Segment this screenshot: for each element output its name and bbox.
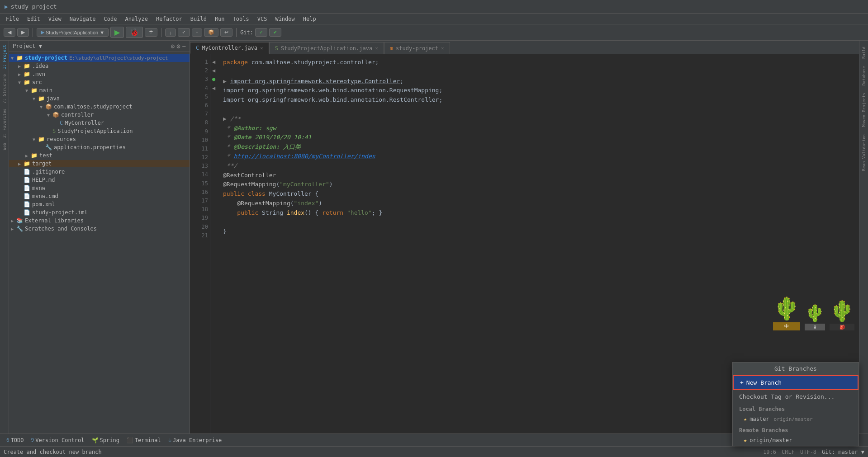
todo-num: 6 [6,437,9,443]
left-icon-favorites[interactable]: 2: Favorites [1,107,8,140]
root-label: study-project [25,55,67,61]
tree-controller[interactable]: ▼ 📦 controller [9,111,190,119]
tree-iml[interactable]: ▶ 📄 study-project.iml [9,208,190,217]
todo-label: TODO [11,437,24,443]
menu-view[interactable]: View [45,15,65,23]
tree-test[interactable]: ▶ 📁 test [9,151,190,160]
tree-resources[interactable]: ▼ 📁 resources [9,135,190,143]
toolbar-push-btn[interactable]: ↑ [192,28,203,37]
tree-mvnwcmd[interactable]: ▶ 📄 mvnw.cmd [9,192,190,200]
toolbar-update-btn[interactable]: ↓ [165,28,176,37]
toolbar-forward-btn[interactable]: ▶ [17,28,29,37]
tree-mvn[interactable]: ▶ 📁 .mvn [9,70,190,78]
vc-label: Version Control [35,437,84,443]
menu-window[interactable]: Window [271,15,298,23]
toolbar-undo-btn[interactable]: ↩ [220,28,232,37]
local-branch-master[interactable]: ★ master origin/master [733,414,859,424]
project-sync-icon[interactable]: ⚙ [171,42,175,50]
java-ee-label: Java Enterprise [173,437,222,443]
menu-code[interactable]: Code [100,15,121,23]
toolbar-git-tick[interactable]: ✓ [255,28,267,37]
tree-main[interactable]: ▼ 📁 main [9,86,190,94]
menu-refactor[interactable]: Refactor [152,15,186,23]
checkout-tag-item[interactable]: Checkout Tag or Revision... [733,390,859,403]
project-minimize-icon[interactable]: − [182,42,186,50]
toolbar-run-config[interactable]: ▶ StudyProjectApplication ▼ [37,28,109,37]
right-panel-bean[interactable]: Bean Validation [861,131,867,174]
tab-studyapp[interactable]: S StudyProjectApplication.java ✕ [269,42,384,54]
menu-tools[interactable]: Tools [229,15,253,23]
tree-target[interactable]: ▶ 📁 target [9,160,190,168]
right-panel-database[interactable]: Database [861,62,867,89]
tab-studyproject[interactable]: m study-project ✕ [384,42,450,54]
tree-package[interactable]: ▼ 📦 com.maltose.studyproject [9,103,190,111]
tree-pomxml[interactable]: ▶ 📄 pom.xml [9,200,190,208]
project-icon: ▶ [5,3,8,10]
tab-close-project[interactable]: ✕ [441,45,444,51]
menu-edit[interactable]: Edit [24,15,44,23]
toolbar-git-label: Git: [240,29,253,36]
toolbar-stash-btn[interactable]: 📦 [204,28,218,37]
bottom-tool-terminal[interactable]: ⬛ Terminal [124,436,164,444]
tree-src[interactable]: ▼ 📁 src [9,78,190,86]
new-branch-label: New Branch [746,379,782,386]
right-panel-maven[interactable]: Maven Projects [861,89,867,131]
bottom-tool-java-ee[interactable]: ☕ Java Enterprise [166,436,225,444]
tree-scratches[interactable]: ▶ 🔧 Scratches and Consoles [9,225,190,233]
tree-mycontroller[interactable]: ▶ C MyController [9,119,190,127]
tree-idea[interactable]: ▶ 📁 .idea [9,62,190,70]
status-encoding[interactable]: UTF-8 [800,449,816,455]
menu-file[interactable]: File [2,15,23,23]
toolbar-debug-btn[interactable]: 🐞 [126,27,143,38]
menu-help[interactable]: Help [299,15,320,23]
bottom-tool-spring[interactable]: 🌱 Spring [89,436,122,444]
tab-close-mycontroller[interactable]: ✕ [260,45,263,51]
remote-branch-name: origin/master [749,437,792,443]
menu-build[interactable]: Build [187,15,210,23]
remote-branches-header: Remote Branches [733,424,859,435]
tab-close-studyapp[interactable]: ✕ [375,45,378,51]
menu-navigate[interactable]: Navigate [66,15,100,23]
left-icon-structure[interactable]: 7: Structure [1,72,8,105]
tree-studyapp[interactable]: ▶ S StudyProjectApplication [9,127,190,135]
toolbar-run-btn[interactable]: ▶ [110,27,124,38]
toolbar-back-btn[interactable]: ◀ [4,28,15,37]
menu-analyze[interactable]: Analyze [121,15,152,23]
tree-java-folder[interactable]: ▼ 📁 java [9,94,190,103]
right-panel-build[interactable]: Build [861,43,867,62]
title-bar: ▶ study-project [0,0,868,14]
tree-external-libs[interactable]: ▶ 📚 External Libraries [9,217,190,225]
run-config-icon: ▶ [41,29,44,35]
project-panel-label: Project ▼ [13,43,42,49]
menu-vcs[interactable]: VCS [254,15,271,23]
java-ee-icon: ☕ [168,437,171,443]
menu-run[interactable]: Run [211,15,228,23]
tree-app-properties[interactable]: ▶ 🔧 application.properties [9,143,190,151]
tabs-bar: C MyController.java ✕ S StudyProjectAppl… [190,41,859,54]
remote-branch-origin-master[interactable]: ★ origin/master [733,435,859,446]
left-icon-project[interactable]: 1: Project [1,43,8,71]
toolbar-git-check[interactable]: ✔ [269,28,281,37]
project-settings-icon[interactable]: ⚙ [176,42,180,50]
status-line-ending[interactable]: CRLF [782,449,795,455]
tree-gitignore[interactable]: ▶ 📄 .gitignore [9,168,190,176]
toolbar-sep-1 [33,28,33,37]
bottom-tool-todo[interactable]: 6 TODO [4,436,27,444]
status-right: 19:6 CRLF UTF-8 Git: master ▼ [763,449,864,455]
left-icon-web[interactable]: Web [1,141,8,152]
toolbar-commit-btn[interactable]: ✓ [178,28,190,37]
toolbar-coverage-btn[interactable]: ☂ [145,28,157,37]
tree-mvnw[interactable]: ▶ 📄 mvnw [9,184,190,192]
new-branch-button[interactable]: + New Branch [733,375,859,390]
toolbar-sep-2 [161,28,161,37]
status-position[interactable]: 19:6 [763,449,776,455]
tab-icon-mycontroller: C [196,45,199,51]
tab-mycontroller[interactable]: C MyController.java ✕ [190,42,269,54]
status-message: Create and checkout new branch [4,449,759,455]
tree-root[interactable]: ▼ 📁 study-project E:\study\allProject\st… [9,54,190,62]
bottom-tool-vc[interactable]: 9 Version Control [28,436,87,444]
project-panel: Project ▼ ⚙ ⚙ − ▼ 📁 study-project E:\stu… [9,41,190,433]
status-git[interactable]: Git: master ▼ [822,449,864,455]
tab-icon-studyapp: S [275,45,278,52]
tree-helpmd[interactable]: ▶ 📄 HELP.md [9,176,190,184]
